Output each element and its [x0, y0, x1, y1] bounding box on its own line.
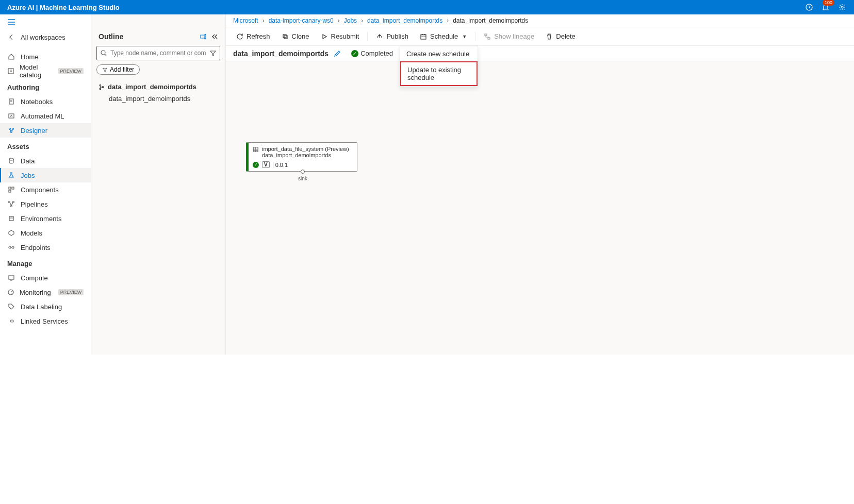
job-name: data_import_demoimportds	[233, 49, 329, 58]
breadcrumb-link[interactable]: Microsoft	[233, 17, 258, 24]
svg-rect-18	[9, 276, 14, 279]
sidebar-compute[interactable]: Compute	[0, 271, 91, 285]
assets-header: Assets	[0, 138, 91, 154]
filter-icon[interactable]	[209, 49, 217, 57]
endpoints-icon	[7, 244, 15, 251]
search-input[interactable]	[110, 49, 206, 57]
sidebar-jobs[interactable]: Jobs	[0, 168, 91, 182]
pipeline-node[interactable]: import_data_file_system (Preview) data_i…	[246, 142, 357, 172]
chevron-right-icon: ›	[262, 17, 265, 24]
update-schedule-item[interactable]: Update to existing schedule	[400, 61, 478, 86]
sidebar-home[interactable]: Home	[0, 49, 91, 64]
port-label: sink	[298, 176, 307, 181]
sidebar-notebooks[interactable]: Notebooks	[0, 94, 91, 109]
svg-rect-26	[421, 35, 426, 39]
sidebar-label: Environments	[21, 215, 61, 223]
create-schedule-item[interactable]: Create new schedule	[400, 46, 478, 61]
canvas[interactable]: import_data_file_system (Preview) data_i…	[226, 61, 854, 355]
layout: All workspaces Home Model catalog PREVIE…	[0, 14, 854, 355]
models-icon	[7, 229, 15, 237]
svg-point-21	[100, 85, 101, 86]
delete-button[interactable]: Delete	[540, 30, 581, 42]
refresh-button[interactable]: Refresh	[231, 30, 275, 42]
components-icon	[7, 186, 15, 193]
sidebar-label: Designer	[21, 127, 47, 135]
svg-point-16	[9, 246, 11, 248]
back-all-workspaces[interactable]: All workspaces	[0, 30, 91, 44]
outline-tree: data_import_demoimportds data_import_dem…	[91, 79, 225, 107]
add-filter-button[interactable]: Add filter	[96, 64, 140, 75]
automl-icon	[7, 112, 15, 120]
sidebar-model-catalog[interactable]: Model catalog PREVIEW	[0, 64, 91, 78]
home-icon	[7, 53, 15, 60]
breadcrumb-current: data_import_demoimportds	[453, 17, 528, 24]
toolbar: Refresh Clone Resubmit Publish Schedule …	[226, 27, 854, 46]
collapse-icon[interactable]	[211, 33, 218, 40]
node-title: import_data_file_system (Preview)	[262, 146, 349, 152]
svg-rect-11	[9, 190, 11, 192]
schedule-button[interactable]: Schedule ▼	[415, 30, 472, 42]
calendar-icon	[420, 33, 427, 40]
refresh-icon	[236, 33, 243, 40]
svg-rect-9	[9, 187, 11, 189]
clock-icon[interactable]	[804, 3, 814, 12]
breadcrumb-link[interactable]: Jobs	[344, 17, 357, 24]
notebook-icon	[7, 98, 15, 105]
sidebar-designer[interactable]: Designer	[0, 123, 91, 138]
hamburger-icon[interactable]	[0, 14, 91, 30]
sidebar-components[interactable]: Components	[0, 182, 91, 197]
chevron-right-icon: ›	[361, 17, 363, 24]
share-icon[interactable]	[200, 33, 207, 40]
node-subtitle: data_import_demoimportds	[262, 152, 349, 158]
resubmit-button[interactable]: Resubmit	[316, 30, 365, 42]
breadcrumb-link[interactable]: data-import-canary-ws0	[269, 17, 334, 24]
sidebar-automl[interactable]: Automated ML	[0, 109, 91, 123]
sidebar-label: Monitoring	[20, 289, 51, 296]
sidebar-linked-services[interactable]: Linked Services	[0, 314, 91, 328]
sidebar-data[interactable]: Data	[0, 154, 91, 168]
search-box[interactable]	[96, 46, 220, 60]
breadcrumb: Microsoft › data-import-canary-ws0 › Job…	[226, 14, 854, 27]
bell-icon[interactable]: 100	[821, 3, 830, 12]
toolbar-label: Refresh	[247, 32, 270, 40]
lineage-icon	[484, 33, 491, 40]
sidebar-models[interactable]: Models	[0, 226, 91, 240]
separator	[475, 32, 475, 41]
sidebar-endpoints[interactable]: Endpoints	[0, 240, 91, 255]
main-panel: Microsoft › data-import-canary-ws0 › Job…	[226, 14, 854, 355]
sidebar-data-labeling[interactable]: Data Labeling	[0, 299, 91, 314]
publish-button[interactable]: Publish	[371, 30, 414, 42]
toolbar-label: Publish	[386, 32, 408, 40]
sidebar-label: All workspaces	[21, 33, 65, 41]
tree-root[interactable]: data_import_demoimportds	[98, 81, 218, 93]
authoring-header: Authoring	[0, 78, 91, 94]
sidebar-monitoring[interactable]: Monitoring PREVIEW	[0, 285, 91, 299]
tree-child[interactable]: data_import_demoimportds	[98, 93, 218, 105]
clone-button[interactable]: Clone	[276, 30, 315, 42]
sidebar-pipelines[interactable]: Pipelines	[0, 197, 91, 211]
sidebar-label: Data	[21, 157, 35, 165]
publish-icon	[376, 33, 383, 40]
svg-rect-4	[9, 114, 14, 118]
labeling-icon	[7, 303, 15, 310]
chevron-down-icon: ▼	[462, 34, 467, 39]
branch-icon	[98, 84, 105, 90]
tree-child-label: data_import_demoimportds	[109, 95, 190, 103]
breadcrumb-link[interactable]: data_import_demoimportds	[367, 17, 442, 24]
sidebar: All workspaces Home Model catalog PREVIE…	[0, 14, 91, 355]
show-lineage-button: Show lineage	[479, 30, 539, 42]
svg-rect-15	[9, 216, 13, 221]
app-title: Azure AI | Machine Learning Studio	[7, 4, 804, 11]
pipelines-icon	[7, 200, 15, 208]
filter-plus-icon	[102, 67, 108, 73]
sidebar-label: Pipelines	[21, 200, 48, 208]
output-port[interactable]	[301, 170, 305, 174]
chevron-right-icon: ›	[447, 17, 449, 24]
edit-icon[interactable]	[334, 50, 341, 57]
preview-badge: PREVIEW	[58, 68, 84, 74]
gear-icon[interactable]	[837, 3, 847, 12]
sidebar-environments[interactable]: Environments	[0, 211, 91, 226]
tree-root-label: data_import_demoimportds	[108, 83, 196, 91]
toolbar-label: Delete	[556, 32, 576, 40]
svg-rect-28	[488, 38, 490, 39]
